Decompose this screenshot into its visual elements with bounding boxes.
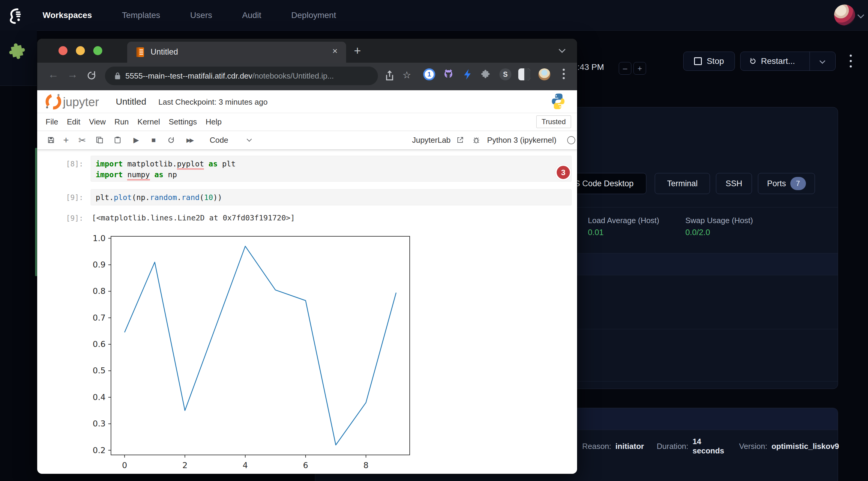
svg-text:8: 8 <box>364 460 369 470</box>
window-close-button[interactable] <box>59 46 67 55</box>
bookmark-star-icon[interactable]: ☆ <box>403 69 411 81</box>
browser-profile-avatar[interactable] <box>538 68 550 81</box>
user-menu-chevron-icon[interactable] <box>858 12 864 19</box>
svg-text:2: 2 <box>182 460 187 470</box>
notebook-title[interactable]: Untitled <box>116 90 146 113</box>
trusted-button[interactable]: Trusted <box>536 116 571 128</box>
copy-cell-icon[interactable] <box>93 131 106 149</box>
restart-workspace-button[interactable]: Restart... <box>740 52 836 71</box>
cell8-prompt: [8]: <box>66 160 83 168</box>
code-cell-9[interactable]: plt.plot(np.random.rand(10)) <box>91 189 572 205</box>
menu-kernel[interactable]: Kernel <box>137 117 160 127</box>
output-prompt: [9]: <box>66 214 83 223</box>
stop-label: Stop <box>707 56 724 66</box>
restart-kernel-icon[interactable] <box>164 131 178 149</box>
menu-help[interactable]: Help <box>206 117 221 127</box>
status-accent-bar <box>35 148 37 276</box>
menu-settings[interactable]: Settings <box>168 117 197 127</box>
user-avatar[interactable] <box>834 4 855 26</box>
menu-file[interactable]: File <box>45 117 58 127</box>
notebook-favicon-icon <box>135 47 145 58</box>
debugger-bug-icon[interactable] <box>470 131 482 149</box>
code-cell-8[interactable]: import matplotlib.pyplot as pltimport nu… <box>91 156 572 182</box>
jupyter-menubar: File Edit View Run Kernel Settings Help … <box>37 113 577 131</box>
browser-tab[interactable]: Untitled × <box>127 42 346 63</box>
save-icon[interactable] <box>44 131 58 149</box>
browser-tab-strip: Untitled × + <box>37 39 577 63</box>
tab-close-icon[interactable]: × <box>332 46 338 56</box>
menu-edit[interactable]: Edit <box>67 117 81 127</box>
nav-item-templates[interactable]: Templates <box>122 10 160 20</box>
menu-run[interactable]: Run <box>115 117 129 127</box>
back-icon[interactable]: ← <box>48 68 59 81</box>
restart-options-chevron-icon[interactable] <box>819 58 825 64</box>
swap-usage-value: 0.0/2.0 <box>685 228 710 237</box>
url-text: 5555--main--test--matifali.atif.cdr.dev/… <box>125 71 334 81</box>
increase-ttl-button[interactable]: + <box>633 62 646 75</box>
jupyterlab-link[interactable]: JupyterLab <box>410 131 452 149</box>
nav-item-audit[interactable]: Audit <box>242 10 261 20</box>
jupyter-notebook-page: jupyter Untitled Last Checkpoint: 3 minu… <box>37 90 577 474</box>
svg-text:0: 0 <box>122 460 127 470</box>
external-link-icon[interactable] <box>455 131 465 149</box>
load-average-label: Load Average (Host) <box>588 216 659 225</box>
cell-type-chevron-icon[interactable] <box>245 131 254 149</box>
kernel-name[interactable]: Python 3 (ipykernel) <box>487 131 562 149</box>
reason-value: initiator <box>616 442 644 451</box>
cut-cell-icon[interactable]: ✂ <box>75 131 89 149</box>
menu-view[interactable]: View <box>89 117 106 127</box>
nav-items: Workspaces Templates Users Audit Deploym… <box>42 0 336 30</box>
terminal-label: Terminal <box>667 179 698 188</box>
screen: Reason: initiator Duration: 14 seconds V… <box>0 0 868 481</box>
share-icon[interactable] <box>384 70 395 82</box>
ssh-button[interactable]: SSH <box>716 173 752 194</box>
stop-workspace-button[interactable]: Stop <box>683 52 735 71</box>
notification-badge[interactable]: 3 <box>555 164 571 181</box>
extensions-puzzle-icon[interactable] <box>481 69 492 80</box>
address-bar[interactable]: 5555--main--test--matifali.atif.cdr.dev/… <box>105 67 378 85</box>
restart-label: Restart... <box>761 56 795 66</box>
tab-search-chevron-icon[interactable] <box>559 46 566 53</box>
browser-menu-kebab-icon[interactable] <box>563 69 565 83</box>
bolt-extension-icon[interactable] <box>462 68 474 81</box>
onepassword-extension-icon[interactable]: 1 <box>423 68 435 81</box>
nav-item-deployment[interactable]: Deployment <box>291 10 336 20</box>
nav-item-workspaces[interactable]: Workspaces <box>42 10 92 20</box>
add-cell-icon[interactable]: + <box>59 131 72 149</box>
new-tab-button[interactable]: + <box>354 44 361 58</box>
workspace-more-menu[interactable] <box>850 55 852 71</box>
checkpoint-status: Last Checkpoint: 3 minutes ago <box>158 90 268 113</box>
button-divider <box>809 52 810 70</box>
svg-text:0.9: 0.9 <box>93 260 105 269</box>
svg-text:0.8: 0.8 <box>93 286 105 296</box>
svg-text:0.6: 0.6 <box>93 340 105 349</box>
terminal-button[interactable]: Terminal <box>655 173 710 194</box>
load-average-value: 0.01 <box>588 228 604 237</box>
nav-item-users[interactable]: Users <box>190 10 212 20</box>
s-extension-icon[interactable]: S <box>499 68 512 81</box>
decrease-ttl-button[interactable]: – <box>619 62 631 75</box>
github-cat-extension-icon[interactable] <box>442 68 455 81</box>
svg-text:0.2: 0.2 <box>93 446 105 455</box>
ports-button[interactable]: Ports 7 <box>758 173 815 194</box>
restart-main[interactable]: Restart... <box>741 56 795 66</box>
paste-cell-icon[interactable] <box>111 131 124 149</box>
ssh-label: SSH <box>725 179 742 188</box>
svg-text:6: 6 <box>303 460 308 470</box>
vscode-desktop-label: VS Code Desktop <box>569 179 634 188</box>
svg-text:0.4: 0.4 <box>93 392 105 402</box>
run-cell-icon[interactable]: ▶ <box>130 131 143 149</box>
interrupt-kernel-icon[interactable]: ■ <box>147 131 160 149</box>
jupyter-logo[interactable]: jupyter <box>44 93 113 111</box>
forward-icon[interactable]: → <box>67 68 78 81</box>
build-meta-row: Reason: initiator Duration: 14 seconds V… <box>582 437 839 455</box>
cell-type-select[interactable]: Code <box>207 131 231 149</box>
restart-run-all-icon[interactable]: ▶▶ <box>182 131 197 149</box>
dark-reader-extension-icon[interactable] <box>518 68 530 81</box>
window-minimize-button[interactable] <box>76 46 85 55</box>
coder-logo-icon[interactable] <box>6 7 23 24</box>
duration-label: Duration: <box>657 442 689 451</box>
window-zoom-button[interactable] <box>93 46 102 55</box>
reload-icon[interactable] <box>86 70 97 81</box>
puzzle-piece-icon <box>7 40 31 64</box>
